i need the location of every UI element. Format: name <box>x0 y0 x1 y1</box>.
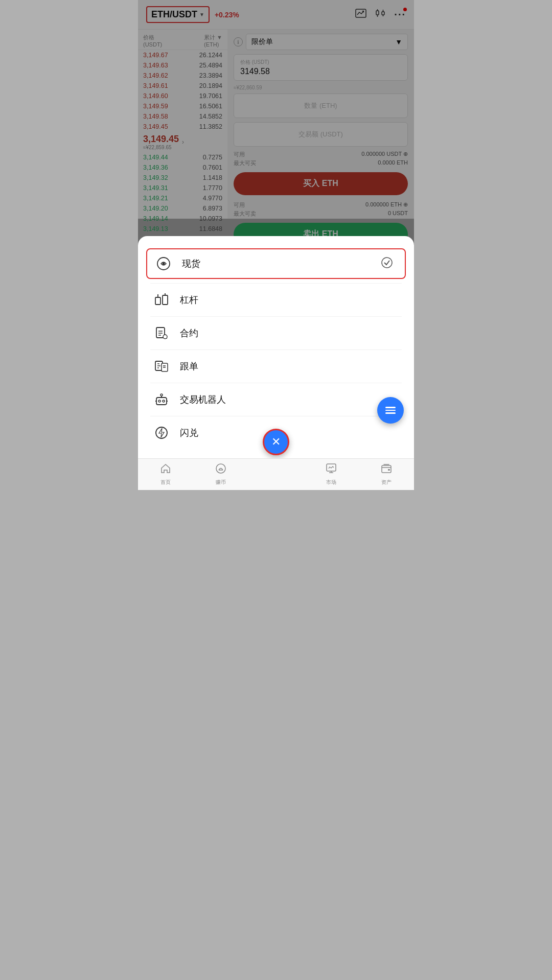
copy-icon <box>153 358 170 375</box>
svg-point-10 <box>382 258 392 268</box>
earn-icon <box>215 463 226 477</box>
menu-item-leverage[interactable]: 杠杆 <box>138 284 414 316</box>
svg-marker-30 <box>159 428 164 437</box>
fab-menu-button[interactable] <box>377 397 404 424</box>
svg-point-26 <box>160 394 163 396</box>
svg-rect-12 <box>163 295 168 305</box>
spot-check <box>381 257 393 271</box>
svg-point-23 <box>158 400 160 402</box>
contract-label: 合约 <box>180 327 198 339</box>
nav-assets[interactable]: 资产 <box>359 460 414 489</box>
menu-item-bot[interactable]: 交易机器人 <box>138 383 414 416</box>
svg-rect-33 <box>327 464 336 471</box>
copy-label: 跟单 <box>180 360 198 372</box>
nav-assets-label: 资产 <box>381 479 392 486</box>
menu-item-spot[interactable]: 现货 <box>146 248 406 279</box>
svg-point-19 <box>163 335 167 339</box>
bot-icon <box>153 391 170 408</box>
home-icon <box>160 463 171 477</box>
bottom-sheet-menu: 现货 杠杆 <box>138 236 414 459</box>
leverage-icon <box>153 292 170 308</box>
svg-point-24 <box>163 400 165 402</box>
nav-market[interactable]: 市场 <box>304 460 359 489</box>
assets-icon <box>381 463 392 477</box>
nav-home[interactable]: 首页 <box>138 460 193 489</box>
nav-market-label: 市场 <box>326 479 336 486</box>
bot-label: 交易机器人 <box>180 393 226 406</box>
fab-close-icon: ✕ <box>271 435 281 449</box>
fab-menu-icon <box>385 407 396 414</box>
bottom-nav: 首页 赚币 市场 <box>138 458 414 490</box>
svg-rect-11 <box>155 297 160 305</box>
flash-icon <box>153 425 170 441</box>
spot-label: 现货 <box>182 258 200 270</box>
spot-icon <box>155 255 172 272</box>
menu-item-contract[interactable]: 合约 <box>138 317 414 349</box>
contract-icon <box>153 325 170 341</box>
nav-earn-label: 赚币 <box>216 479 226 486</box>
menu-item-copy[interactable]: 跟单 <box>138 350 414 383</box>
svg-point-9 <box>163 263 165 265</box>
nav-earn[interactable]: 赚币 <box>193 460 248 489</box>
market-icon <box>326 463 337 477</box>
nav-home-label: 首页 <box>160 479 171 486</box>
svg-rect-36 <box>382 465 391 473</box>
svg-rect-22 <box>156 398 167 405</box>
flash-label: 闪兑 <box>180 427 198 439</box>
svg-rect-37 <box>388 469 390 471</box>
fab-close-button[interactable]: ✕ <box>263 429 289 455</box>
leverage-label: 杠杆 <box>180 294 198 306</box>
